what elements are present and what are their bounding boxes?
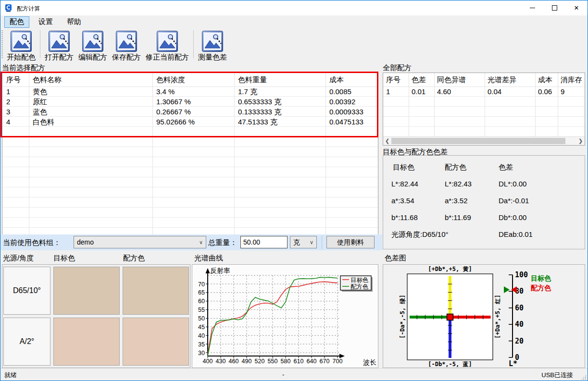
formula-b: b*:11.69 bbox=[445, 213, 471, 221]
formula-color-header: 配方色 bbox=[123, 254, 145, 263]
image-icon bbox=[115, 30, 138, 52]
resize-grip[interactable] bbox=[581, 374, 587, 380]
toolbar-button-1[interactable]: 开始配色 bbox=[4, 29, 38, 63]
svg-text:460: 460 bbox=[229, 358, 239, 365]
horizontal-scrollbar[interactable]: ❮ ❯ bbox=[383, 136, 585, 145]
legend-formula: 配方色 bbox=[531, 284, 551, 292]
toolbar-separator bbox=[40, 30, 40, 58]
toolbar-button-3[interactable]: 编辑配方 bbox=[76, 29, 110, 63]
close-icon: ✕ bbox=[574, 5, 579, 11]
illuminant-cell: D65/10° bbox=[3, 267, 50, 315]
colorant-group-select[interactable]: demo ∨ bbox=[74, 236, 206, 248]
toolbar-button-label: 测量色差 bbox=[198, 53, 227, 62]
delta-b: Db*:0.00 bbox=[499, 213, 526, 221]
image-icon bbox=[156, 30, 178, 52]
svg-text:反射率: 反射率 bbox=[210, 267, 230, 274]
color-diff-panel: [+Db*,+5, 黄] [-Db*,-5, 蓝] [-Da*,-5, 绿] [… bbox=[383, 264, 585, 368]
separator bbox=[322, 235, 322, 249]
menu-item-help[interactable]: 帮助 bbox=[62, 16, 87, 27]
svg-text:40: 40 bbox=[198, 332, 205, 339]
svg-text:400: 400 bbox=[203, 358, 213, 365]
formula-swatch-a2 bbox=[123, 318, 189, 366]
illuminant-angle-header: 光源/角度 bbox=[3, 254, 34, 263]
target-swatch-d65 bbox=[53, 267, 120, 315]
svg-text:670: 670 bbox=[320, 358, 330, 365]
title-bar: 配方计算 ✕ bbox=[0, 0, 588, 15]
target-lstar-marker bbox=[504, 286, 510, 293]
toolbar-button-4[interactable]: 保存配方 bbox=[110, 29, 143, 63]
swatch-panel: D65/10° A/2° bbox=[2, 264, 190, 368]
delta-L: DL*:0.00 bbox=[499, 180, 526, 188]
table-row[interactable]: 1黄色3.4 %1.7 克0.0085 bbox=[2, 86, 378, 97]
maximize-button[interactable] bbox=[543, 0, 565, 15]
svg-text:550: 550 bbox=[268, 358, 278, 365]
delta-a: Da*:-0.01 bbox=[499, 197, 529, 205]
unit-select[interactable]: 克 ∨ bbox=[290, 236, 317, 248]
scroll-left-icon[interactable]: ❮ bbox=[383, 137, 391, 145]
scrollbar-thumb[interactable] bbox=[391, 138, 565, 144]
col-header: 成本 bbox=[329, 73, 344, 86]
colorant-group-label: 当前使用色料组： bbox=[3, 238, 61, 247]
target-b: b*:11.68 bbox=[391, 213, 418, 221]
image-icon bbox=[201, 30, 224, 52]
menu-item-color-matching[interactable]: 配色 bbox=[4, 16, 29, 28]
table-row[interactable]: 3蓝色0.26667 %0.1333333 克0.0009333 bbox=[2, 107, 378, 117]
color-diff-chart-title: 色差图 bbox=[385, 254, 406, 263]
axis-label-green: [-Da*,-5, 绿] bbox=[399, 295, 406, 338]
spectral-chart-panel: 4004304604905205505806106406707003035404… bbox=[192, 264, 378, 368]
col-header: 序号 bbox=[6, 73, 21, 86]
svg-text:目标色: 目标色 bbox=[350, 277, 369, 283]
total-weight-label: 总重量： bbox=[208, 238, 237, 247]
minimize-icon bbox=[530, 8, 535, 8]
svg-text:55: 55 bbox=[198, 307, 205, 313]
table-row[interactable]: 2原红1.30667 %0.6533333 克0.00392 bbox=[2, 97, 378, 107]
svg-text:波长: 波长 bbox=[363, 358, 376, 366]
formula-point-marker bbox=[447, 314, 453, 320]
svg-text:50: 50 bbox=[198, 315, 205, 322]
svg-text:20: 20 bbox=[515, 337, 524, 345]
illuminant-cell: A/2° bbox=[3, 318, 50, 366]
app-icon bbox=[5, 4, 13, 12]
svg-text:40: 40 bbox=[515, 320, 524, 329]
scroll-right-icon[interactable]: ❯ bbox=[576, 137, 585, 145]
status-left: 就绪 bbox=[4, 371, 17, 380]
toolbar-button-label: 保存配方 bbox=[112, 53, 141, 62]
svg-text:45: 45 bbox=[198, 324, 205, 331]
total-weight-input[interactable]: 50.00 bbox=[240, 236, 288, 248]
svg-text:60: 60 bbox=[198, 298, 205, 305]
col-header: 成本 bbox=[538, 73, 552, 86]
svg-text:490: 490 bbox=[242, 358, 252, 365]
delta-header: 色差 bbox=[499, 163, 513, 172]
svg-text:35: 35 bbox=[198, 341, 205, 348]
window-title: 配方计算 bbox=[17, 5, 40, 13]
status-right: USB已连接 bbox=[541, 371, 573, 380]
formula-L: L*:82.43 bbox=[445, 180, 472, 188]
controls-bar: 当前使用色料组： demo ∨ 总重量： 50.00 克 ∨ 使用剩料 bbox=[0, 234, 382, 250]
toolbar-button-label: 编辑配方 bbox=[78, 53, 107, 62]
minimize-button[interactable] bbox=[521, 0, 543, 15]
table-row[interactable]: 4白色料95.02666 %47.51333 克0.0475133 bbox=[2, 117, 378, 127]
chevron-down-icon: ∨ bbox=[199, 236, 203, 248]
menu-item-settings[interactable]: 设置 bbox=[33, 16, 58, 27]
toolbar: 开始配色打开配方编辑配方保存配方修正当前配方测量色差 bbox=[0, 28, 588, 63]
toolbar-button-5[interactable]: 修正当前配方 bbox=[143, 29, 191, 63]
svg-text:640: 640 bbox=[307, 358, 317, 365]
table-row[interactable]: 10.014.600.040.069 bbox=[383, 86, 585, 97]
toolbar-button-2[interactable]: 打开配方 bbox=[42, 29, 76, 63]
delta-Eab: DEab:0.01 bbox=[499, 230, 533, 238]
spectral-chart: 4004304604905205505806106406707003035404… bbox=[192, 265, 378, 368]
use-leftover-button[interactable]: 使用剩料 bbox=[326, 236, 375, 248]
close-button[interactable]: ✕ bbox=[565, 0, 588, 15]
chevron-down-icon: ∨ bbox=[310, 236, 313, 248]
axis-label-yellow: [+Db*,+5, 黄] bbox=[428, 266, 472, 272]
delta-panel: 目标色 配方色 色差 L*:82.44 L*:82.43 DL*:0.00 a*… bbox=[383, 155, 585, 249]
toolbar-button-label: 修正当前配方 bbox=[146, 53, 189, 62]
image-icon bbox=[48, 30, 70, 52]
svg-text:100: 100 bbox=[515, 270, 528, 279]
formula-a: a*:3.52 bbox=[445, 197, 468, 205]
delta-header: 目标色 bbox=[393, 163, 414, 172]
spectral-curve-title: 光谱曲线 bbox=[194, 254, 223, 263]
maximize-icon bbox=[552, 5, 557, 11]
toolbar-separator bbox=[193, 30, 194, 58]
toolbar-button-6[interactable]: 测量色差 bbox=[196, 29, 229, 63]
